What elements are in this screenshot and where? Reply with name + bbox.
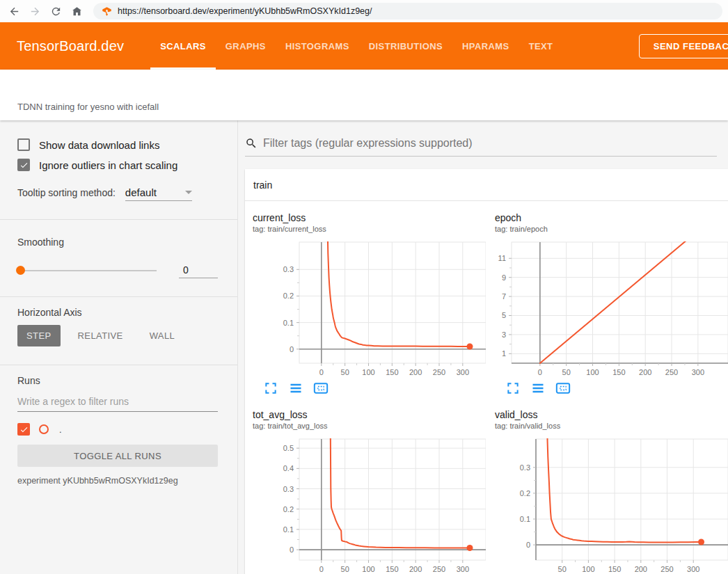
run-checkbox-checked-icon[interactable]	[17, 423, 30, 436]
experiment-title: TDNN training for yesno with icefall	[17, 102, 159, 112]
home-icon[interactable]	[68, 3, 85, 19]
brand-logo[interactable]: TensorBoard.dev	[17, 38, 124, 54]
line-chart-tot-avg-loss[interactable]: 05010015020025030000.10.20.30.40.5	[251, 436, 486, 574]
wall-axis-button[interactable]: WALL	[141, 325, 184, 346]
svg-text:50: 50	[558, 565, 567, 573]
tooltip-sorting-select[interactable]: default	[125, 186, 192, 201]
svg-text:100: 100	[586, 368, 599, 376]
svg-text:5: 5	[502, 311, 506, 319]
smoothing-label: Smoothing	[17, 237, 218, 248]
step-axis-button[interactable]: STEP	[17, 325, 61, 346]
svg-text:100: 100	[362, 368, 374, 376]
nav-tabs: SCALARS GRAPHS HISTOGRAMS DISTRIBUTIONS …	[150, 22, 562, 70]
svg-text:200: 200	[635, 565, 647, 573]
svg-text:300: 300	[457, 368, 469, 376]
tab-histograms[interactable]: HISTOGRAMS	[276, 22, 359, 70]
svg-text:150: 150	[386, 368, 398, 376]
svg-text:250: 250	[665, 368, 678, 376]
svg-text:300: 300	[457, 565, 469, 573]
line-chart-valid-loss[interactable]: 5010015020025030000.10.20.3	[493, 436, 728, 574]
smoothing-value-input[interactable]	[179, 263, 218, 278]
svg-text:0: 0	[319, 565, 324, 573]
svg-text:0: 0	[290, 345, 294, 353]
reload-icon[interactable]	[47, 3, 64, 19]
svg-text:0: 0	[526, 541, 530, 549]
send-feedback-button[interactable]: SEND FEEDBACK	[639, 34, 728, 58]
relative-axis-button[interactable]: RELATIVE	[69, 325, 132, 346]
chart-tag: tag: train/current_loss	[253, 225, 486, 233]
runs-selector-icon[interactable]	[530, 381, 546, 397]
svg-text:200: 200	[409, 368, 422, 376]
svg-text:0.5: 0.5	[283, 444, 294, 452]
svg-text:200: 200	[409, 565, 422, 573]
chart-tag: tag: train/valid_loss	[495, 422, 728, 430]
svg-text:3: 3	[502, 330, 506, 339]
toggle-all-runs-button[interactable]: TOGGLE ALL RUNS	[17, 445, 218, 467]
search-icon	[245, 137, 258, 150]
svg-text:100: 100	[582, 565, 594, 573]
tooltip-sorting-value: default	[125, 186, 157, 198]
tab-text[interactable]: TEXT	[519, 22, 563, 70]
svg-text:9: 9	[502, 273, 506, 282]
runs-selector-icon[interactable]	[288, 381, 303, 397]
forward-icon[interactable]	[26, 3, 43, 19]
svg-text:0: 0	[538, 368, 542, 376]
tab-hparams[interactable]: HPARAMS	[452, 22, 519, 70]
svg-text:0.1: 0.1	[520, 515, 530, 523]
chart-tag: tag: train/epoch	[495, 225, 728, 233]
svg-text:0: 0	[290, 545, 294, 554]
filter-tags-row	[245, 137, 717, 157]
ignore-outliers-checkbox-row[interactable]: Ignore outliers in chart scaling	[17, 159, 218, 171]
svg-text:0.2: 0.2	[283, 505, 294, 513]
filter-tags-input[interactable]	[263, 137, 717, 150]
slider-thumb[interactable]	[16, 266, 25, 275]
url-text: https://tensorboard.dev/experiment/yKUbh…	[118, 6, 372, 16]
experiment-id-label: experiment yKUbhb5wRmOSXYkId1z9eg	[17, 476, 218, 486]
svg-text:0.2: 0.2	[283, 292, 294, 300]
train-section-title: train	[253, 180, 272, 191]
tab-distributions[interactable]: DISTRIBUTIONS	[359, 22, 452, 70]
train-section-header[interactable]: train	[245, 169, 728, 201]
svg-text:11: 11	[498, 254, 506, 262]
fit-domain-icon[interactable]	[555, 381, 571, 397]
svg-text:300: 300	[687, 565, 699, 573]
tab-graphs[interactable]: GRAPHS	[216, 22, 276, 70]
svg-text:150: 150	[386, 565, 398, 573]
run-color-circle-icon[interactable]	[39, 424, 49, 434]
divider	[0, 365, 237, 365]
chart-title: valid_loss	[495, 409, 728, 420]
settings-sidebar: Show data download links Ignore outliers…	[0, 120, 238, 574]
back-icon[interactable]	[6, 3, 22, 19]
smoothing-slider[interactable]	[17, 270, 157, 271]
address-bar[interactable]: https://tensorboard.dev/experiment/yKUbh…	[93, 3, 722, 19]
fit-domain-icon[interactable]	[313, 381, 329, 397]
svg-text:0.2: 0.2	[520, 489, 530, 497]
chart-tag: tag: train/tot_avg_loss	[253, 422, 486, 430]
horizontal-axis-label: Horizontal Axis	[17, 307, 218, 318]
chart-card-valid-loss: valid_loss tag: train/valid_loss 5010015…	[487, 409, 728, 574]
checkbox-checked-icon[interactable]	[17, 159, 30, 171]
svg-text:0.1: 0.1	[283, 525, 294, 534]
chart-card-tot-avg-loss: tot_avg_loss tag: train/tot_avg_loss 050…	[245, 409, 486, 574]
show-download-links-checkbox-row[interactable]: Show data download links	[17, 138, 218, 151]
svg-text:50: 50	[562, 368, 571, 376]
svg-text:0.3: 0.3	[283, 485, 294, 493]
fullscreen-icon[interactable]	[505, 381, 521, 397]
run-list-item[interactable]: .	[17, 423, 218, 436]
run-name: .	[59, 424, 62, 435]
chart-title: tot_avg_loss	[253, 409, 486, 420]
runs-filter-input[interactable]	[17, 396, 218, 412]
svg-text:100: 100	[362, 565, 374, 573]
tab-scalars[interactable]: SCALARS	[150, 22, 216, 70]
svg-text:150: 150	[612, 368, 625, 376]
page: https://tensorboard.dev/experiment/yKUbh…	[0, 0, 728, 574]
divider	[0, 296, 237, 297]
chart-title: epoch	[495, 212, 728, 223]
line-chart-epoch[interactable]: 0501001502002503001357911	[493, 239, 728, 378]
svg-text:250: 250	[433, 565, 445, 573]
fullscreen-icon[interactable]	[263, 381, 278, 397]
experiment-title-bar: TDNN training for yesno with icefall	[0, 70, 728, 120]
line-chart-current-loss[interactable]: 05010015020025030000.10.20.3	[251, 239, 486, 378]
svg-text:50: 50	[341, 565, 349, 573]
checkbox-unchecked-icon[interactable]	[17, 138, 30, 151]
